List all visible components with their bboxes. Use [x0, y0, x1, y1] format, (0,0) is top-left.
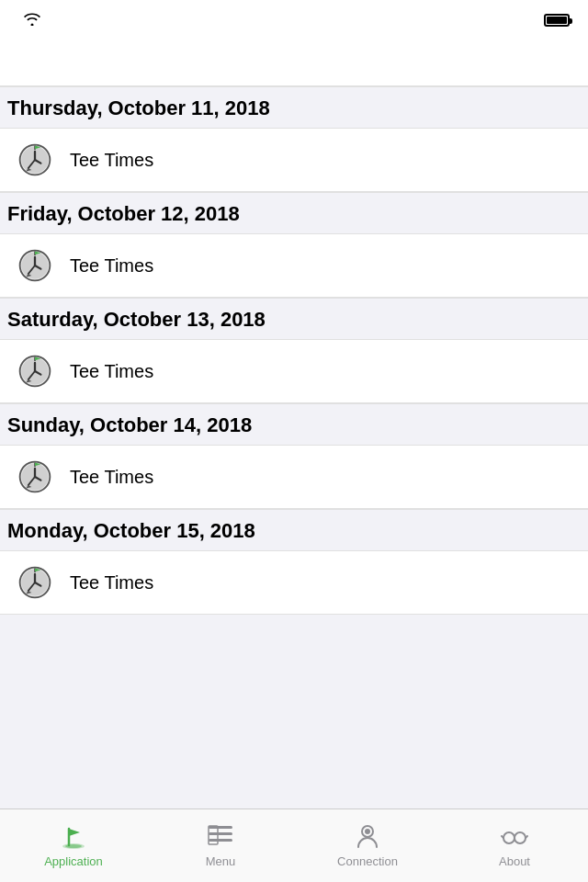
tab-bar: Application Menu Connection About — [0, 808, 588, 882]
day-header-text-5: Monday, October 15, 2018 — [7, 519, 255, 542]
day-section-3: Saturday, October 13, 2018 Tee Times — [0, 298, 588, 403]
svg-point-49 — [365, 829, 370, 834]
day-header-3: Saturday, October 13, 2018 — [0, 298, 588, 339]
svg-line-54 — [526, 836, 527, 838]
tee-times-label-2: Tee Times — [70, 255, 153, 277]
tee-times-label-1: Tee Times — [70, 150, 153, 171]
day-header-text-2: Friday, October 12, 2018 — [7, 202, 240, 225]
tee-times-label-5: Tee Times — [70, 572, 153, 594]
battery-icon — [544, 14, 570, 27]
tab-connection[interactable]: Connection — [294, 809, 441, 882]
svg-point-41 — [65, 844, 82, 848]
connection-tab-label: Connection — [337, 854, 398, 868]
tee-times-row-4[interactable]: Tee Times — [0, 445, 588, 509]
application-tab-label: Application — [44, 854, 103, 868]
tee-times-icon-1 — [15, 140, 55, 180]
tee-times-icon-5 — [15, 562, 55, 603]
day-header-text-1: Thursday, October 11, 2018 — [7, 96, 270, 119]
tab-application[interactable]: Application — [0, 809, 147, 882]
tee-times-icon-4 — [15, 457, 55, 497]
menu-tab-icon — [205, 820, 236, 851]
about-tab-label: About — [499, 854, 530, 868]
tee-times-row-1[interactable]: Tee Times — [0, 128, 588, 192]
tee-times-row-2[interactable]: Tee Times — [0, 233, 588, 298]
svg-line-53 — [502, 836, 503, 838]
day-header-2: Friday, October 12, 2018 — [0, 192, 588, 233]
svg-rect-46 — [209, 839, 232, 842]
day-section-5: Monday, October 15, 2018 Tee Times — [0, 509, 588, 615]
svg-marker-43 — [69, 829, 80, 836]
carrier-info — [18, 13, 40, 28]
connection-tab-icon — [352, 820, 383, 851]
svg-point-50 — [503, 832, 514, 843]
tab-about[interactable]: About — [441, 809, 588, 882]
day-header-5: Monday, October 15, 2018 — [0, 509, 588, 550]
about-tab-icon — [499, 820, 530, 851]
content-scroll[interactable]: Thursday, October 11, 2018 Tee TimesFrid… — [0, 86, 588, 808]
tee-times-label-4: Tee Times — [70, 467, 153, 488]
day-header-1: Thursday, October 11, 2018 — [0, 86, 588, 128]
application-tab-icon — [58, 820, 89, 851]
tee-times-label-3: Tee Times — [70, 361, 153, 382]
tab-menu[interactable]: Menu — [147, 809, 294, 882]
day-section-1: Thursday, October 11, 2018 Tee Times — [0, 86, 588, 192]
tee-times-icon-3 — [15, 351, 55, 391]
tee-times-icon-2 — [15, 245, 55, 286]
tee-times-row-5[interactable]: Tee Times — [0, 550, 588, 615]
svg-point-51 — [514, 832, 526, 843]
nav-bar — [0, 40, 588, 86]
day-header-text-4: Sunday, October 14, 2018 — [7, 413, 252, 436]
day-section-4: Sunday, October 14, 2018 Tee Times — [0, 403, 588, 509]
day-section-2: Friday, October 12, 2018 Tee Times — [0, 192, 588, 298]
menu-tab-label: Menu — [206, 854, 236, 868]
status-bar — [0, 0, 588, 40]
wifi-icon — [24, 13, 40, 28]
day-header-4: Sunday, October 14, 2018 — [0, 403, 588, 445]
day-header-text-3: Saturday, October 13, 2018 — [7, 308, 266, 331]
svg-rect-45 — [209, 832, 232, 835]
tee-times-row-3[interactable]: Tee Times — [0, 339, 588, 403]
